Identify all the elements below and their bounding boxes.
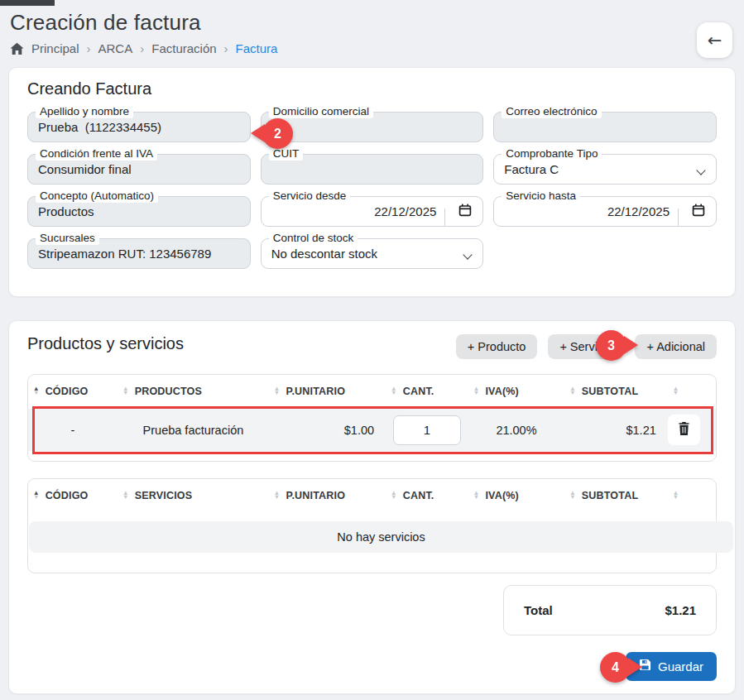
servicio-desde-value[interactable]: 22/12/2025 — [262, 203, 483, 218]
annotation-step-2: 2 — [262, 118, 293, 149]
quantity-input[interactable] — [393, 415, 461, 445]
table-padding — [28, 451, 716, 461]
sort-icon[interactable]: ▲▼ — [569, 387, 576, 395]
condicion-iva-field: Condición frente al IVA Consumidor final — [27, 148, 251, 185]
services-table: ▲▼ CÓDIGO ▲▼ SERVICIOS ▲▼ P.UNITARIO ▲▼ … — [27, 478, 717, 573]
sort-icon[interactable]: ▲▼ — [122, 387, 129, 395]
field-label: Comprobante Tipo — [502, 148, 602, 161]
product-subtotal-cell: $1.21 — [564, 424, 668, 437]
concepto-value: Productos — [28, 203, 250, 218]
field-label: Servicio hasta — [502, 190, 580, 203]
column-header-punitario[interactable]: ▲▼ P.UNITARIO — [269, 386, 386, 397]
comprobante-tipo-select[interactable]: Comprobante Tipo Factura C — [493, 148, 717, 185]
sort-icon[interactable]: ▲▼ — [391, 491, 397, 499]
apellido-nombre-value: Prueba (1122334455) — [28, 118, 250, 134]
sort-icon[interactable]: ▲▼ — [391, 387, 397, 395]
delete-row-button[interactable] — [668, 415, 700, 445]
total-value: $1.21 — [665, 603, 696, 617]
field-label: Sucursales — [36, 233, 99, 245]
column-header-cant[interactable]: ▲▼ CANT. — [386, 490, 468, 501]
correo-electronico-value — [494, 118, 716, 120]
field-label: Apellido y nombre — [36, 106, 133, 118]
trash-icon — [678, 422, 690, 438]
column-header-punitario[interactable]: ▲▼ P.UNITARIO — [269, 490, 386, 501]
breadcrumb-separator: › — [87, 41, 91, 55]
sort-icon[interactable]: ▲▼ — [673, 491, 679, 499]
page-header: Creación de factura Principal › ARCA › F… — [0, 0, 744, 55]
breadcrumb-item-arca[interactable]: ARCA — [98, 41, 133, 55]
field-label: CUIT — [269, 148, 304, 161]
sort-icon[interactable]: ▲▼ — [473, 387, 480, 395]
breadcrumb-separator: › — [140, 41, 144, 55]
product-cant-cell — [386, 415, 468, 445]
cuit-value — [262, 161, 483, 162]
sort-icon[interactable]: ▲▼ — [274, 491, 281, 499]
product-actions-cell — [668, 415, 716, 445]
back-button[interactable]: ← — [697, 22, 732, 58]
domicilio-comercial-value — [262, 118, 483, 120]
breadcrumb: Principal › ARCA › Facturación › Factura — [10, 41, 732, 55]
products-table: ▲▼ CÓDIGO ▲▼ PRODUCTOS ▲▼ P.UNITARIO ▲▼ … — [27, 374, 717, 462]
invoice-form-card: Creando Factura Apellido y nombre Prueba… — [8, 67, 736, 297]
column-header-productos[interactable]: ▲▼ PRODUCTOS — [118, 386, 269, 397]
servicio-desde-field[interactable]: Servicio desde 22/12/2025 — [261, 190, 484, 227]
field-label: Correo electrónico — [502, 106, 601, 118]
product-punitario-cell: $1.00 — [269, 424, 386, 437]
column-header-codigo[interactable]: ▲▼ CÓDIGO — [28, 386, 118, 397]
column-header-actions[interactable]: ▲▼ — [668, 491, 716, 499]
apellido-nombre-field: Apellido y nombre Prueba (1122334455) — [27, 106, 251, 142]
servicio-hasta-value[interactable]: 22/12/2025 — [494, 203, 716, 218]
total-label: Total — [524, 603, 553, 617]
sort-icon[interactable]: ▲▼ — [673, 387, 679, 395]
sort-icon[interactable]: ▲▼ — [33, 387, 40, 395]
breadcrumb-item-facturacion[interactable]: Facturación — [151, 41, 216, 55]
breadcrumb-item-factura[interactable]: Factura — [236, 41, 278, 55]
empty-services-row: No hay servicios — [29, 521, 733, 553]
empty-services-message: No hay servicios — [337, 530, 425, 544]
column-header-cant[interactable]: ▲▼ CANT. — [386, 386, 468, 397]
column-header-iva[interactable]: ▲▼ IVA(%) — [468, 386, 564, 397]
breadcrumb-item-principal[interactable]: Principal — [31, 41, 79, 55]
product-nombre-cell: Prueba facturación — [118, 424, 269, 437]
page-title: Creación de factura — [10, 10, 732, 36]
column-header-subtotal[interactable]: ▲▼ SUBTOTAL — [564, 386, 668, 397]
home-icon[interactable] — [10, 42, 24, 55]
field-label: Concepto (Automatico) — [36, 190, 158, 203]
column-header-codigo[interactable]: ▲▼ CÓDIGO — [28, 490, 118, 501]
column-header-actions[interactable]: ▲▼ — [668, 387, 716, 395]
add-producto-button[interactable]: + Producto — [456, 334, 538, 359]
add-adicional-button[interactable]: + Adicional — [635, 334, 717, 359]
products-table-header: ▲▼ CÓDIGO ▲▼ PRODUCTOS ▲▼ P.UNITARIO ▲▼ … — [28, 375, 716, 409]
condicion-iva-value: Consumidor final — [28, 161, 250, 176]
servicio-hasta-field[interactable]: Servicio hasta 22/12/2025 — [493, 190, 717, 227]
concepto-field: Concepto (Automatico) Productos — [27, 190, 251, 227]
product-iva-cell: 21.00% — [468, 424, 564, 437]
control-stock-select[interactable]: Control de stock No descontar stock — [261, 233, 484, 269]
field-label: Condición frente al IVA — [36, 148, 157, 161]
product-table-row: - Prueba facturación $1.00 21.00% $1.21 — [28, 409, 716, 451]
grid-spacer — [493, 233, 717, 269]
field-label: Control de stock — [269, 233, 358, 245]
annotation-step-4: 4 — [600, 652, 631, 683]
products-section-heading: Productos y servicios — [27, 334, 184, 353]
sucursales-value: Stripeamazon RUT: 123456789 — [28, 245, 250, 261]
guardar-label: Guardar — [658, 659, 703, 674]
sort-icon[interactable]: ▲▼ — [33, 491, 40, 499]
add-buttons-group: + Producto + Servicio + Adicional — [456, 334, 717, 359]
sort-icon[interactable]: ▲▼ — [122, 491, 129, 499]
cuit-field: CUIT — [261, 148, 484, 185]
calendar-icon[interactable] — [692, 204, 705, 220]
sort-icon[interactable]: ▲▼ — [473, 491, 480, 499]
sort-icon[interactable]: ▲▼ — [274, 387, 281, 395]
domicilio-comercial-field: Domicilio comercial — [261, 106, 484, 142]
column-header-servicios[interactable]: ▲▼ SERVICIOS — [118, 490, 269, 501]
invoice-form-heading: Creando Factura — [27, 79, 717, 98]
invoice-form-grid: Apellido y nombre Prueba (1122334455) Do… — [27, 106, 717, 269]
column-header-iva[interactable]: ▲▼ IVA(%) — [468, 490, 564, 501]
control-stock-value: No descontar stock — [262, 245, 483, 261]
sort-icon[interactable]: ▲▼ — [569, 491, 576, 499]
column-header-subtotal[interactable]: ▲▼ SUBTOTAL — [564, 490, 668, 501]
divider — [444, 209, 445, 226]
products-services-card: Productos y servicios + Producto + Servi… — [8, 320, 736, 694]
calendar-icon[interactable] — [458, 204, 472, 220]
